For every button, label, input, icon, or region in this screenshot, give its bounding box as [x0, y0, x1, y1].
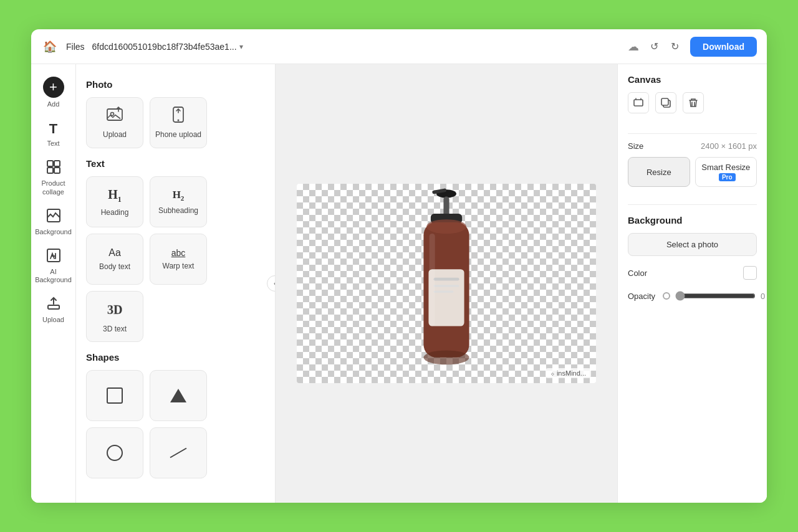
- shapes-section-title: Shapes: [86, 352, 265, 363]
- body-text-label: Body text: [99, 262, 130, 271]
- icon-sidebar: + Add T Text Product coll: [31, 64, 76, 503]
- text-icon: T: [49, 121, 57, 137]
- phone-upload-card[interactable]: Phone upload: [150, 97, 207, 148]
- warp-text-icon: abc: [171, 248, 186, 258]
- sidebar-add-label: Add: [47, 100, 60, 108]
- smart-resize-button[interactable]: Smart Resize Pro: [695, 157, 757, 187]
- ai-background-icon: [47, 249, 60, 265]
- sidebar-item-text[interactable]: T Text: [35, 116, 72, 153]
- size-value: 2400 × 1601 px: [701, 141, 757, 151]
- opacity-label: Opacity: [628, 292, 655, 301]
- svg-rect-25: [634, 100, 643, 106]
- sidebar-ai-background-label: AI Background: [35, 268, 72, 284]
- main-body: + Add T Text Product coll: [31, 64, 767, 503]
- resize-btn-row: Resize Smart Resize Pro: [628, 157, 757, 187]
- line-shape-icon: [170, 448, 187, 458]
- photo-grid: Upload Phone upload: [86, 97, 265, 148]
- add-circle-icon: +: [43, 77, 64, 98]
- svg-point-23: [423, 350, 469, 364]
- panel-collapse-button[interactable]: ‹: [267, 275, 276, 292]
- svg-point-8: [111, 113, 114, 116]
- circle-shape-icon: [107, 445, 123, 461]
- photo-section-title: Photo: [86, 79, 265, 90]
- canvas-watermark: ⬦ insMind...: [546, 368, 591, 378]
- size-row: Size 2400 × 1601 px: [628, 141, 757, 151]
- color-row: Color: [628, 266, 757, 280]
- download-button[interactable]: Download: [690, 37, 757, 57]
- filename-label[interactable]: 6fdcd160051019bc18f73b4fe53ae1... ▾: [92, 42, 243, 52]
- circle-shape-card[interactable]: [86, 427, 143, 478]
- sidebar-item-add[interactable]: + Add: [35, 72, 72, 113]
- heading-card[interactable]: H1 Heading: [86, 176, 143, 227]
- opacity-circle-icon: [663, 292, 670, 300]
- cloud-save-icon[interactable]: ☁: [628, 40, 639, 54]
- sidebar-product-collage-label: Product collage: [37, 179, 70, 196]
- header-actions: ↺ ↻: [647, 38, 683, 55]
- add-panel: Photo Upload: [76, 64, 276, 503]
- triangle-shape-card[interactable]: [150, 370, 207, 421]
- svg-rect-2: [47, 168, 53, 173]
- select-photo-button[interactable]: Select a photo: [628, 233, 757, 256]
- header: 🏠 Files 6fdcd160051019bc18f73b4fe53ae1..…: [31, 29, 767, 64]
- canvas-area: ⬦ insMind...: [276, 64, 617, 503]
- files-label[interactable]: Files: [66, 42, 85, 52]
- home-icon[interactable]: 🏠: [41, 38, 59, 55]
- svg-rect-21: [433, 285, 459, 287]
- svg-rect-0: [47, 161, 53, 166]
- 3d-text-label: 3D text: [103, 325, 127, 333]
- svg-rect-24: [430, 234, 435, 326]
- phone-upload-card-label: Phone upload: [155, 130, 201, 139]
- opacity-row: Opacity 0: [628, 291, 757, 301]
- canvas-icon-row: [628, 92, 757, 113]
- canvas-delete-icon[interactable]: [683, 92, 704, 113]
- filename-text: 6fdcd160051019bc18f73b4fe53ae1...: [92, 42, 237, 52]
- color-swatch[interactable]: [743, 266, 757, 280]
- background-icon: [47, 209, 60, 226]
- canvas-format-icon[interactable]: [628, 92, 649, 113]
- canvas-board[interactable]: ⬦ insMind...: [297, 184, 596, 383]
- line-shape-card[interactable]: [150, 427, 207, 478]
- upload-card-icon: [107, 107, 123, 126]
- text-section-title: Text: [86, 158, 265, 169]
- svg-rect-20: [433, 278, 459, 281]
- 3d-text-card[interactable]: 3D 3D text: [86, 291, 143, 342]
- size-label: Size: [628, 141, 643, 151]
- sidebar-text-label: Text: [47, 140, 59, 148]
- smart-resize-label: Smart Resize: [701, 163, 750, 172]
- subheading-icon: H2: [173, 189, 185, 202]
- sidebar-item-product-collage[interactable]: Product collage: [35, 155, 72, 201]
- rp-divider-2: [628, 204, 757, 205]
- sidebar-upload-label: Upload: [42, 316, 64, 324]
- svg-point-10: [178, 120, 180, 121]
- canvas-duplicate-icon[interactable]: [655, 92, 676, 113]
- rp-divider-1: [628, 133, 757, 134]
- svg-rect-22: [433, 290, 453, 292]
- redo-button[interactable]: ↻: [667, 38, 683, 55]
- product-bottle: [297, 184, 596, 383]
- opacity-slider[interactable]: [675, 291, 756, 301]
- svg-point-18: [426, 219, 466, 234]
- sidebar-background-label: Background: [35, 228, 72, 236]
- canvas-title: Canvas: [628, 74, 757, 85]
- square-shape-icon: [107, 387, 123, 404]
- right-panel: Canvas: [617, 64, 767, 503]
- heading-icon: H1: [108, 188, 122, 204]
- subheading-label: Subheading: [158, 206, 198, 215]
- product-collage-icon: [47, 160, 60, 177]
- phone-upload-icon: [171, 107, 185, 126]
- svg-rect-1: [54, 161, 60, 166]
- subheading-card[interactable]: H2 Subheading: [150, 176, 207, 227]
- resize-button[interactable]: Resize: [628, 157, 690, 187]
- undo-button[interactable]: ↺: [647, 38, 662, 55]
- warp-text-card[interactable]: abc Warp text: [150, 234, 207, 285]
- upload-card[interactable]: Upload: [86, 97, 143, 148]
- text-grid: H1 Heading H2 Subheading Aa Body text ab…: [86, 176, 265, 342]
- square-shape-card[interactable]: [86, 370, 143, 421]
- shapes-grid: [86, 370, 265, 478]
- filename-chevron: ▾: [239, 42, 243, 51]
- sidebar-item-ai-background[interactable]: AI Background: [35, 244, 72, 289]
- sidebar-item-upload[interactable]: Upload: [35, 292, 72, 329]
- body-text-card[interactable]: Aa Body text: [86, 234, 143, 285]
- sidebar-item-background[interactable]: Background: [35, 204, 72, 241]
- app-window: 🏠 Files 6fdcd160051019bc18f73b4fe53ae1..…: [31, 29, 767, 503]
